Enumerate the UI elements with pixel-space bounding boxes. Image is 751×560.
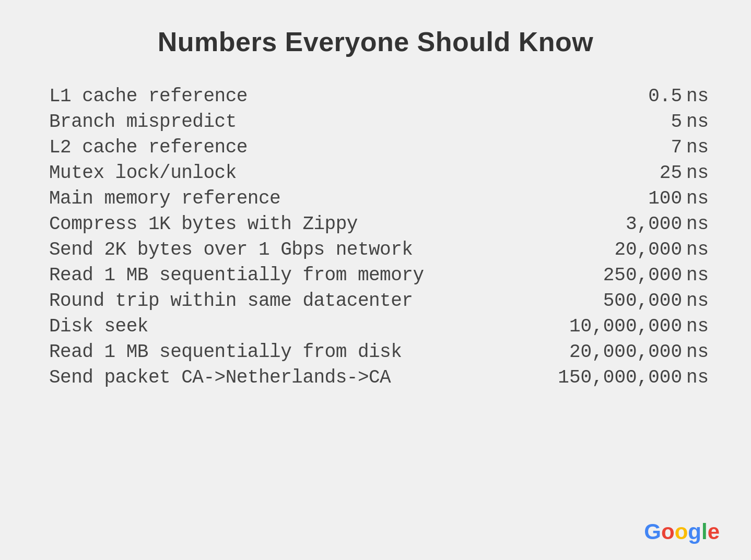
row-value: 5 (578, 111, 682, 133)
row-value-group: 20,000,000ns (569, 341, 702, 363)
row-label: Disk seek (49, 316, 148, 337)
row-unit: ns (686, 111, 702, 133)
row-value-group: 5ns (578, 111, 702, 133)
row-label: Read 1 MB sequentially from memory (49, 265, 424, 286)
row-value: 150,000,000 (558, 367, 682, 388)
row-label: Main memory reference (49, 188, 280, 209)
row-unit: ns (686, 367, 702, 388)
google-logo: Google (644, 519, 720, 544)
slide-title: Numbers Everyone Should Know (158, 26, 594, 57)
google-logo-text: Google (644, 519, 720, 544)
table-row: Read 1 MB sequentially from disk20,000,0… (49, 339, 702, 365)
row-label: Mutex lock/unlock (49, 162, 237, 184)
row-value: 500,000 (578, 290, 682, 312)
table-row: Main memory reference100ns (49, 186, 702, 211)
row-label: L1 cache reference (49, 86, 248, 107)
table-row: Send packet CA->Netherlands->CA150,000,0… (49, 365, 702, 390)
table-row: Round trip within same datacenter500,000… (49, 288, 702, 314)
row-value-group: 25ns (578, 162, 702, 184)
row-label: Round trip within same datacenter (49, 290, 413, 312)
row-value: 20,000 (578, 239, 682, 260)
table-row: Mutex lock/unlock25ns (49, 160, 702, 186)
row-value: 7 (578, 137, 682, 158)
row-value-group: 100ns (578, 188, 702, 209)
row-unit: ns (686, 86, 702, 107)
row-unit: ns (686, 316, 702, 337)
row-value: 25 (578, 162, 682, 184)
row-value-group: 250,000ns (578, 265, 702, 286)
row-value: 100 (578, 188, 682, 209)
table-row: Send 2K bytes over 1 Gbps network20,000n… (49, 237, 702, 263)
row-value-group: 20,000ns (578, 239, 702, 260)
row-unit: ns (686, 290, 702, 312)
table-row: Compress 1K bytes with Zippy3,000ns (49, 211, 702, 237)
row-unit: ns (686, 341, 702, 363)
row-unit: ns (686, 188, 702, 209)
row-value: 10,000,000 (569, 316, 682, 337)
row-value-group: 0.5ns (578, 86, 702, 107)
row-value-group: 500,000ns (578, 290, 702, 312)
row-unit: ns (686, 162, 702, 184)
row-unit: ns (686, 137, 702, 158)
row-unit: ns (686, 213, 702, 235)
row-value: 250,000 (578, 265, 682, 286)
row-label: Branch mispredict (49, 111, 237, 133)
row-value-group: 3,000ns (578, 213, 702, 235)
table-row: L2 cache reference7ns (49, 135, 702, 160)
table-row: Read 1 MB sequentially from memory250,00… (49, 263, 702, 288)
row-value-group: 10,000,000ns (569, 316, 702, 337)
slide: Numbers Everyone Should Know L1 cache re… (0, 0, 751, 560)
row-label: Send 2K bytes over 1 Gbps network (49, 239, 413, 260)
row-label: Read 1 MB sequentially from disk (49, 341, 402, 363)
row-unit: ns (686, 265, 702, 286)
data-table: L1 cache reference0.5nsBranch mispredict… (49, 84, 702, 390)
row-value: 20,000,000 (569, 341, 682, 363)
table-row: Disk seek10,000,000ns (49, 314, 702, 339)
row-value: 3,000 (578, 213, 682, 235)
table-row: Branch mispredict5ns (49, 109, 702, 135)
row-value-group: 150,000,000ns (558, 367, 702, 388)
row-unit: ns (686, 239, 702, 260)
row-value: 0.5 (578, 86, 682, 107)
row-value-group: 7ns (578, 137, 702, 158)
row-label: L2 cache reference (49, 137, 248, 158)
table-row: L1 cache reference0.5ns (49, 84, 702, 109)
row-label: Compress 1K bytes with Zippy (49, 213, 358, 235)
row-label: Send packet CA->Netherlands->CA (49, 367, 391, 388)
